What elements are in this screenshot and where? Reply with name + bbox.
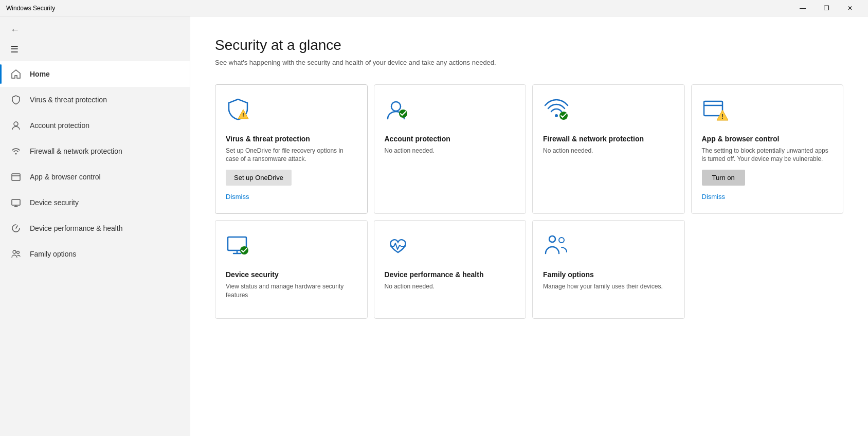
performance-card[interactable]: Device performance & health No action ne… [374,220,527,319]
sidebar-item-device[interactable]: Device security [0,190,190,215]
title-bar: Windows Security — ❐ ✕ [0,0,868,16]
firewall-label: Firewall & network protection [30,147,122,155]
family-label: Family options [30,250,76,258]
account-card-icon [385,97,413,126]
hamburger-icon[interactable]: ☰ [10,44,19,55]
virus-card-icon: ! [226,97,255,126]
family-card-title: Family options [543,270,674,279]
person-icon [10,120,22,131]
svg-point-13 [555,114,558,117]
firewall-card-icon [543,97,572,126]
browser-control-card[interactable]: ! App & browser control The setting to b… [691,84,844,214]
perf-card-desc: No action needed. [385,282,516,291]
home-label: Home [30,70,50,78]
app-title: Windows Security [6,5,791,12]
browser-icon [10,171,22,183]
sidebar-item-browser[interactable]: App & browser control [0,164,190,190]
family-card-desc: Manage how your family uses their device… [543,282,674,291]
sidebar-item-family[interactable]: Family options [0,241,190,267]
close-button[interactable]: ✕ [838,0,862,16]
page-subtitle: See what's happening with the security a… [215,58,843,68]
window-controls: — ❐ ✕ [791,0,862,16]
svg-rect-2 [12,174,20,180]
sidebar-item-home[interactable]: Home [0,61,190,87]
virus-label: Virus & threat protection [30,96,107,104]
sidebar-item-performance[interactable]: Device performance & health [0,215,190,241]
svg-text:!: ! [721,113,724,120]
svg-point-8 [17,251,20,254]
svg-rect-15 [704,101,722,116]
minimize-button[interactable]: — [791,0,815,16]
sidebar-item-firewall[interactable]: Firewall & network protection [0,138,190,164]
sidebar: ← ☰ Home Virus [0,16,190,436]
app-container: ← ☰ Home Virus [0,16,868,436]
account-protection-card[interactable]: Account protection No action needed. [374,84,527,214]
svg-point-0 [14,122,18,126]
wifi-icon [10,146,22,157]
back-icon[interactable]: ← [8,25,20,35]
svg-point-11 [391,102,401,111]
virus-dismiss-link[interactable]: Dismiss [226,193,249,201]
browser-card-icon: ! [702,97,731,126]
perf-card-icon [385,233,413,262]
account-label: Account protection [30,121,89,130]
firewall-card-title: Firewall & network protection [543,134,674,143]
sidebar-nav: Home Virus & threat protection [0,59,190,267]
bottom-cards-grid: Device security View status and manage h… [215,220,843,319]
family-nav-icon [10,248,22,260]
devicesec-card-title: Device security [226,270,357,279]
svg-rect-4 [12,199,20,205]
svg-text:!: ! [242,112,244,118]
svg-point-1 [15,153,17,155]
restore-button[interactable]: ❐ [815,0,838,16]
performance-label: Device performance & health [30,224,123,232]
svg-point-24 [559,238,564,243]
account-card-desc: No action needed. [385,147,516,155]
device-icon [10,197,22,208]
top-cards-grid: ! Virus & threat protection Set up OneDr… [215,84,843,214]
sidebar-item-account[interactable]: Account protection [0,113,190,138]
browser-label: App & browser control [30,173,101,181]
performance-icon [10,223,22,234]
empty-card-slot [691,220,844,319]
sidebar-item-virus[interactable]: Virus & threat protection [0,87,190,113]
account-card-title: Account protection [385,134,516,143]
virus-card-desc: Set up OneDrive for file recovery option… [226,147,357,164]
devicesec-card-desc: View status and manage hardware security… [226,282,357,300]
browser-dismiss-link[interactable]: Dismiss [702,193,726,201]
svg-point-23 [549,236,555,242]
virus-protection-card[interactable]: ! Virus & threat protection Set up OneDr… [215,84,368,214]
family-options-card[interactable]: Family options Manage how your family us… [532,220,685,319]
turn-on-button[interactable]: Turn on [702,170,745,186]
perf-card-title: Device performance & health [385,270,516,279]
setup-onedrive-button[interactable]: Set up OneDrive [226,170,292,186]
shield-icon [10,94,22,105]
device-security-card[interactable]: Device security View status and manage h… [215,220,368,319]
browser-card-title: App & browser control [702,134,833,143]
device-label: Device security [30,198,79,207]
sidebar-top: ← [0,16,190,42]
home-icon [10,68,22,80]
firewall-card[interactable]: Firewall & network protection No action … [532,84,685,214]
page-title: Security at a glance [215,37,843,53]
main-content: Security at a glance See what's happenin… [190,16,868,436]
firewall-card-desc: No action needed. [543,147,674,155]
svg-point-7 [13,250,16,253]
family-card-icon [543,233,572,262]
devicesec-card-icon [226,233,255,262]
browser-card-desc: The setting to block potentially unwante… [702,147,833,164]
virus-card-title: Virus & threat protection [226,134,357,143]
